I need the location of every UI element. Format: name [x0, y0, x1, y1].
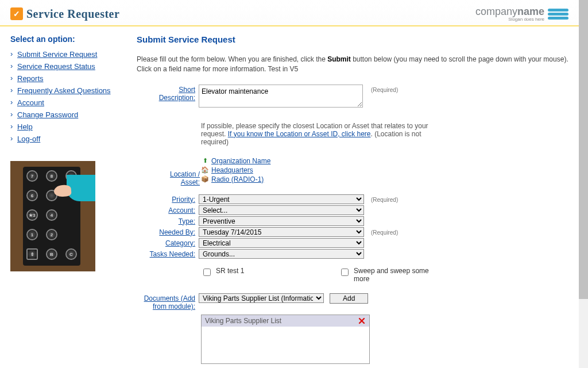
page-title: Submit Service Request — [137, 34, 568, 44]
check-icon: ✓ — [10, 7, 23, 20]
company-name-light: company — [475, 6, 517, 17]
type-select[interactable]: Preventive — [199, 216, 364, 226]
app-title: Service Requester — [26, 7, 119, 21]
category-select[interactable]: Electrical — [199, 238, 364, 248]
documents-list: Viking Parts Supplier List — [201, 315, 370, 364]
account-select[interactable]: Select... — [199, 205, 364, 215]
priority-select[interactable]: 1-Urgent — [199, 194, 364, 204]
company-slogan: Slogan does here — [475, 17, 544, 22]
sidebar-item-password[interactable]: Change Password — [17, 110, 78, 119]
checkbox-sweep[interactable]: Sweep and sweep some more — [339, 267, 442, 283]
document-name: Viking Parts Supplier List — [205, 317, 281, 325]
company-logo: companyname Slogan does here — [475, 6, 568, 22]
tasks-select[interactable]: Grounds... — [199, 249, 364, 259]
label-priority[interactable]: Priority: — [172, 195, 195, 204]
checkbox-sweep-input[interactable] — [341, 269, 349, 276]
checkbox-sr-test[interactable]: SR test 1 — [201, 267, 304, 283]
remove-document-icon[interactable] — [358, 317, 366, 325]
header: ✓ Service Requester companyname Slogan d… — [0, 0, 579, 26]
sidebar-item-help[interactable]: Help — [17, 122, 33, 131]
location-hint: If possible, please specify the closest … — [137, 120, 435, 152]
add-document-button[interactable]: Add — [330, 293, 368, 304]
label-type[interactable]: Type: — [179, 217, 195, 225]
sidebar-item-reports[interactable]: Reports — [17, 74, 44, 83]
sidebar-item-logoff[interactable]: Log-off — [17, 135, 40, 143]
label-category[interactable]: Category: — [165, 239, 195, 247]
required-marker: (Required) — [368, 85, 398, 93]
building-icon: 🏠 — [201, 166, 209, 174]
loc-org[interactable]: Organization Name — [211, 157, 270, 165]
label-location[interactable]: Location /Asset: — [170, 170, 200, 186]
label-account[interactable]: Account: — [168, 206, 195, 214]
asset-icon: 📦 — [201, 175, 209, 183]
scrollbar-thumb[interactable] — [579, 0, 588, 299]
main-content: Submit Service Request Please fill out t… — [137, 34, 568, 364]
sidebar-heading: Select an option: — [10, 34, 119, 44]
loc-building[interactable]: Headquarters — [211, 166, 253, 174]
scrollbar[interactable] — [579, 0, 588, 368]
document-item: Viking Parts Supplier List — [202, 315, 369, 327]
needed-by-select[interactable]: Tuesday 7/14/2015 — [199, 227, 364, 237]
sidebar-item-faq[interactable]: Frequently Asked Questions — [17, 86, 111, 95]
instructions: Please fill out the form below. When you… — [137, 55, 568, 74]
checkbox-sr-test-input[interactable] — [203, 269, 211, 276]
sidebar-item-status[interactable]: Service Request Status — [17, 62, 95, 71]
wave-icon — [548, 9, 568, 20]
org-icon: ⬆ — [201, 157, 209, 165]
label-documents[interactable]: Documents (Addfrom module): — [144, 294, 195, 310]
short-description-input[interactable] — [199, 85, 363, 108]
loc-asset[interactable]: Radio (RADIO-1) — [211, 175, 264, 183]
documents-select[interactable]: Viking Parts Supplier List (Informationa… — [199, 293, 324, 303]
app-brand: ✓ Service Requester — [10, 7, 119, 21]
sidebar: Select an option: Submit Service Request… — [10, 34, 119, 364]
label-tasks[interactable]: Tasks Needed: — [150, 250, 195, 258]
sidebar-item-account[interactable]: Account — [17, 98, 44, 107]
label-needed-by[interactable]: Needed By: — [159, 228, 195, 236]
location-id-link[interactable]: If you know the Location or Asset ID, cl… — [228, 130, 371, 138]
sidebar-item-submit[interactable]: Submit Service Request — [17, 50, 97, 59]
sidebar-image: 7 8 6 ★3 4 1 2 ⇕ B C — [10, 161, 95, 271]
company-name-bold: name — [517, 6, 544, 17]
label-short-desc[interactable]: ShortDescription: — [159, 86, 195, 102]
